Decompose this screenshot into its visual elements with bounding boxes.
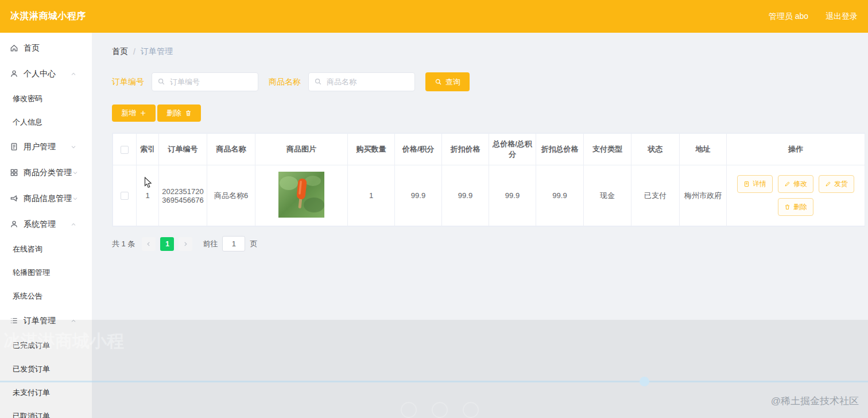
- pagination: 共 1 条 1 前往 页: [112, 236, 868, 251]
- column-header-discount-price: 折扣价格: [442, 134, 489, 165]
- page-number-button[interactable]: 1: [160, 237, 174, 251]
- document-icon: [10, 142, 18, 151]
- list-icon: [10, 316, 18, 325]
- edit-button-label: 修改: [793, 179, 807, 189]
- order-no-input-wrap: [152, 72, 258, 91]
- megaphone-icon: [10, 194, 18, 203]
- ship-button[interactable]: 发货: [819, 175, 854, 193]
- document-icon: [743, 181, 750, 187]
- column-header-total-price: 总价格/总积分: [489, 134, 536, 165]
- next-page-button[interactable]: [179, 237, 192, 251]
- column-header-status: 状态: [631, 134, 680, 165]
- add-button[interactable]: 新增: [112, 104, 156, 122]
- grid-icon: [10, 168, 18, 177]
- sidebar-subitem-system-notice[interactable]: 系统公告: [0, 284, 92, 308]
- detail-button-label: 详情: [753, 179, 766, 189]
- admin-label: 管理员 abo: [769, 11, 808, 22]
- goto-page-input[interactable]: [222, 236, 245, 251]
- breadcrumb-separator: /: [133, 47, 135, 56]
- sidebar-item-label: 商品分类管理: [24, 168, 72, 178]
- sidebar-item-order-management[interactable]: 订单管理: [0, 308, 92, 334]
- toolbar: 新增 删除: [112, 104, 868, 122]
- row-checkbox-cell: [113, 165, 137, 226]
- row-actions: 详情 修改: [729, 175, 862, 216]
- search-button[interactable]: 查询: [425, 72, 470, 91]
- cell-discount-total: 99.9: [536, 165, 584, 226]
- sidebar-subitem-label: 在线咨询: [13, 244, 42, 254]
- seek-knob[interactable]: [640, 377, 649, 386]
- cell-pay-type: 现金: [584, 165, 631, 226]
- search-icon: [157, 78, 165, 86]
- cell-product-name: 商品名称6: [207, 165, 255, 226]
- header-checkbox-cell: [113, 134, 137, 165]
- sidebar-item-label: 订单管理: [24, 316, 56, 326]
- logout-link[interactable]: 退出登录: [826, 11, 858, 22]
- main-content: 首页 / 订单管理 订单编号 商品名称: [92, 33, 868, 418]
- sidebar-item-category-management[interactable]: 商品分类管理: [0, 160, 92, 185]
- search-button-label: 查询: [445, 77, 460, 87]
- sidebar-item-personal-center[interactable]: 个人中心: [0, 61, 92, 87]
- sidebar-subitem-change-password[interactable]: 修改密码: [0, 87, 92, 110]
- delete-row-button[interactable]: 删除: [778, 198, 813, 216]
- sidebar-item-product-info-management[interactable]: 商品信息管理: [0, 185, 92, 211]
- breadcrumb: 首页 / 订单管理: [112, 47, 868, 57]
- table-row: 1 20223517203695456676 商品名称6: [113, 165, 865, 226]
- sidebar-subitem-label: 个人信息: [13, 117, 42, 127]
- delete-row-button-label: 删除: [793, 202, 807, 212]
- detail-button[interactable]: 详情: [737, 175, 773, 193]
- search-icon: [314, 78, 322, 86]
- product-name-input[interactable]: [308, 72, 415, 91]
- column-header-order-no: 订单编号: [159, 134, 207, 165]
- order-no-filter-label: 订单编号: [112, 77, 144, 87]
- sidebar-subitem-personal-info[interactable]: 个人信息: [0, 110, 92, 134]
- add-button-label: 新增: [121, 108, 136, 118]
- person-icon: [10, 220, 18, 229]
- row-checkbox[interactable]: [121, 192, 129, 200]
- sidebar-subitem-carousel-management[interactable]: 轮播图管理: [0, 261, 92, 284]
- delete-button[interactable]: 删除: [157, 104, 201, 122]
- trash-icon: [185, 110, 192, 117]
- sidebar-subitem-label: 已完成订单: [13, 340, 50, 351]
- delete-button-label: 删除: [166, 108, 181, 118]
- community-watermark: @稀土掘金技术社区: [771, 394, 859, 408]
- cell-actions: 详情 修改: [727, 165, 865, 226]
- chevron-down-icon: [72, 195, 79, 202]
- sidebar-item-system-management[interactable]: 系统管理: [0, 211, 92, 237]
- sidebar-subitem-unpaid-orders[interactable]: 未支付订单: [0, 381, 92, 404]
- ship-button-label: 发货: [834, 179, 848, 189]
- product-name-filter-label: 商品名称: [269, 77, 301, 87]
- breadcrumb-current: 订单管理: [141, 47, 173, 57]
- edit-button[interactable]: 修改: [778, 175, 813, 193]
- goto-label: 前往: [203, 239, 218, 249]
- cell-total-price: 99.9: [489, 165, 536, 226]
- breadcrumb-home[interactable]: 首页: [112, 47, 128, 57]
- pencil-icon: [825, 181, 831, 187]
- sidebar-subitem-label: 系统公告: [13, 291, 42, 301]
- column-header-pay-type: 支付类型: [584, 134, 631, 165]
- plus-icon: [140, 110, 146, 117]
- cell-index: 1: [137, 165, 159, 226]
- sidebar-item-home[interactable]: 首页: [0, 35, 92, 61]
- seek-bar[interactable]: [0, 381, 868, 382]
- sidebar-subitem-cancelled-orders[interactable]: 已取消订单: [0, 404, 92, 418]
- table-header-row: 索引 订单编号 商品名称 商品图片 购买数量 价格/积分 折扣价格 总价格/总积…: [113, 134, 865, 165]
- chevron-up-icon: [70, 71, 77, 78]
- sidebar-subitem-completed-orders[interactable]: 已完成订单: [0, 334, 92, 357]
- column-header-quantity: 购买数量: [348, 134, 395, 165]
- chevron-down-icon: [72, 169, 79, 176]
- sidebar-subitem-label: 修改密码: [13, 94, 42, 104]
- header-right: 管理员 abo 退出登录: [769, 11, 858, 22]
- sidebar-item-user-management[interactable]: 用户管理: [0, 134, 92, 160]
- sidebar-subitem-shipped-orders[interactable]: 已发货订单: [0, 357, 92, 381]
- chevron-up-icon: [70, 318, 77, 324]
- cell-product-image: [255, 165, 348, 226]
- trash-icon: [784, 204, 790, 210]
- order-no-input[interactable]: [152, 72, 258, 91]
- user-icon: [10, 69, 18, 78]
- sidebar-item-label: 首页: [24, 43, 40, 53]
- prev-page-button[interactable]: [142, 237, 156, 251]
- sidebar-subitem-label: 已发货订单: [13, 364, 50, 374]
- pagination-total: 共 1 条: [112, 239, 135, 249]
- select-all-checkbox[interactable]: [121, 146, 129, 154]
- sidebar-subitem-online-consult[interactable]: 在线咨询: [0, 237, 92, 261]
